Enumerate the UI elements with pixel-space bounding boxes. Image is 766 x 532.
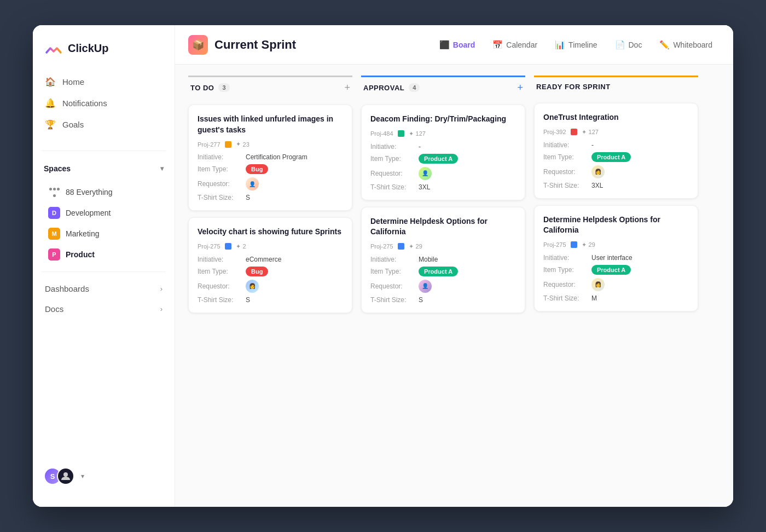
whiteboard-icon: ✏️ <box>659 40 670 50</box>
card-field-tshirt-ready-1: T-Shirt Size: 3XL <box>543 182 689 189</box>
star-icon-6: ✦ <box>582 241 587 248</box>
card-todo-1: Issues with linked unfurled images in gu… <box>188 105 352 211</box>
initiative-value-todo-2: eCommerce <box>246 256 281 263</box>
card-field-tshirt-todo-2: T-Shirt Size: S <box>198 296 343 304</box>
card-field-initiative-ready-1: Initiative: - <box>543 141 689 149</box>
card-field-initiative-approval-1: Initiative: - <box>370 143 516 151</box>
sidebar-item-development[interactable]: D Development <box>37 203 170 223</box>
nav-board[interactable]: ⬛ Board <box>432 36 483 54</box>
star-icon-4: ✦ <box>409 243 414 250</box>
nav-timeline-label: Timeline <box>568 41 597 49</box>
requestor-avatar-ready-2: 👩 <box>591 278 605 291</box>
column-count-approval: 4 <box>409 83 420 92</box>
sidebar-item-marketing[interactable]: M Marketing <box>37 223 170 244</box>
spaces-list: 88 Everything D Development M Marketing … <box>33 182 175 265</box>
proj-id-todo-1: Proj-277 <box>198 141 220 148</box>
card-field-tshirt-approval-1: T-Shirt Size: 3XL <box>370 183 516 191</box>
nav-doc[interactable]: 📄 Doc <box>607 36 650 54</box>
sidebar-nav: 🏠 Home 🔔 Notifications 🏆 Goals <box>33 71 175 135</box>
sidebar-item-notifications[interactable]: 🔔 Notifications <box>37 92 170 114</box>
star-icon: ✦ <box>236 141 241 148</box>
card-meta-approval-1: Proj-484 ✦ 127 <box>370 130 516 137</box>
tshirt-value-ready-2: M <box>591 294 597 302</box>
card-field-type-approval-1: Item Type: Product A <box>370 154 516 164</box>
card-field-type-ready-1: Item Type: Product A <box>543 152 689 162</box>
badge-product-ready-1: Product A <box>591 152 631 162</box>
card-field-initiative-approval-2: Initiative: Mobile <box>370 256 516 263</box>
requestor-label-r1: Requestor: <box>543 168 587 176</box>
proj-id-ready-1: Proj-392 <box>543 129 566 135</box>
card-field-type-approval-2: Item Type: Product A <box>370 267 516 276</box>
person-icon <box>61 471 71 481</box>
column-ready: READY FOR SPRINT OneTrust Integration Pr… <box>534 76 698 496</box>
nav-calendar[interactable]: 📅 Calendar <box>485 36 545 54</box>
item-type-label-r2: Item Type: <box>543 266 587 274</box>
initiative-value-ready-2: User interface <box>591 254 632 262</box>
sidebar-footer: S ▾ <box>33 459 175 494</box>
logo-area: ClickUp <box>33 38 175 71</box>
requestor-avatar-approval-1: 👤 <box>419 167 432 180</box>
sidebar-item-product[interactable]: P Product <box>37 244 170 265</box>
sidebar-item-goals-label: Goals <box>62 120 84 129</box>
sidebar-item-everything-label: 88 Everything <box>66 188 113 196</box>
add-approval-button[interactable]: + <box>517 83 523 92</box>
sidebar-item-home[interactable]: 🏠 Home <box>37 71 170 92</box>
sidebar-item-goals[interactable]: 🏆 Goals <box>37 114 170 135</box>
flag-ready-1 <box>571 129 577 135</box>
stat-value-todo-2: 2 <box>243 243 246 250</box>
column-title-ready: READY FOR SPRINT <box>536 83 611 91</box>
item-type-label-r1: Item Type: <box>543 153 587 161</box>
sidebar-item-everything[interactable]: 88 Everything <box>37 182 170 203</box>
trophy-icon: 🏆 <box>45 119 56 130</box>
sidebar-item-dashboards[interactable]: Dashboards › <box>37 279 170 299</box>
docs-label: Docs <box>45 304 63 314</box>
docs-chevron-icon: › <box>160 305 163 313</box>
add-todo-button[interactable]: + <box>344 83 350 92</box>
footer-avatars: S <box>44 467 74 485</box>
card-field-initiative-todo-2: Initiative: eCommerce <box>198 256 343 263</box>
sidebar-item-docs[interactable]: Docs › <box>37 299 170 319</box>
column-title-approval: APPROVAL <box>363 84 404 92</box>
product-avatar: P <box>48 248 60 261</box>
home-icon: 🏠 <box>45 77 56 87</box>
column-todo: TO DO 3 + Issues with linked unfurled im… <box>188 76 352 496</box>
nav-timeline[interactable]: 📊 Timeline <box>547 36 605 54</box>
card-field-requestor-ready-2: Requestor: 👩 <box>543 278 689 291</box>
card-field-requestor-todo-1: Requestor: 👤 <box>198 177 343 190</box>
card-field-requestor-approval-1: Requestor: 👤 <box>370 167 516 180</box>
badge-product-ready-2: Product A <box>591 265 631 275</box>
card-approval-1: Deacom Finding: Dry/Trim/Packaging Proj-… <box>361 105 525 200</box>
development-avatar: D <box>48 207 60 219</box>
card-todo-2: Velocity chart is showing future Sprints… <box>188 217 352 313</box>
card-field-requestor-ready-1: Requestor: 👩 <box>543 165 689 178</box>
card-field-initiative-ready-2: Initiative: User interface <box>543 254 689 262</box>
card-field-type-todo-2: Item Type: Bug <box>198 267 343 276</box>
stat-value-ready-1: 127 <box>589 129 599 135</box>
card-meta-approval-2: Proj-275 ✦ 29 <box>370 243 516 250</box>
initiative-value-approval-1: - <box>419 143 421 151</box>
tshirt-label-a2: T-Shirt Size: <box>370 296 414 304</box>
requestor-avatar-approval-2: 👤 <box>419 280 432 293</box>
card-field-tshirt-todo-1: T-Shirt Size: S <box>198 194 343 201</box>
flag-todo-2 <box>225 243 231 250</box>
nav-board-label: Board <box>453 41 475 49</box>
card-stats-todo-2: ✦ 2 <box>236 243 246 250</box>
initiative-label-a2: Initiative: <box>370 256 414 263</box>
star-icon-3: ✦ <box>409 130 414 137</box>
requestor-avatar-todo-2: 👩 <box>246 280 259 293</box>
proj-id-approval-2: Proj-275 <box>370 243 393 250</box>
initiative-value-approval-2: Mobile <box>419 256 438 263</box>
logo-text: ClickUp <box>68 42 108 55</box>
board: TO DO 3 + Issues with linked unfurled im… <box>175 65 733 507</box>
card-title-todo-1: Issues with linked unfurled images in gu… <box>198 114 343 135</box>
card-field-type-ready-2: Item Type: Product A <box>543 265 689 275</box>
nav-whiteboard[interactable]: ✏️ Whiteboard <box>652 36 720 54</box>
card-field-requestor-approval-2: Requestor: 👤 <box>370 280 516 293</box>
spaces-label: Spaces <box>44 164 71 173</box>
main-content: 📦 Current Sprint ⬛ Board 📅 Calendar 📊 Ti… <box>175 25 733 507</box>
requestor-label-a1: Requestor: <box>370 170 414 177</box>
calendar-icon: 📅 <box>492 40 503 50</box>
card-stats-approval-1: ✦ 127 <box>409 130 426 137</box>
proj-id-approval-1: Proj-484 <box>370 130 393 137</box>
card-meta-todo-2: Proj-275 ✦ 2 <box>198 243 343 250</box>
